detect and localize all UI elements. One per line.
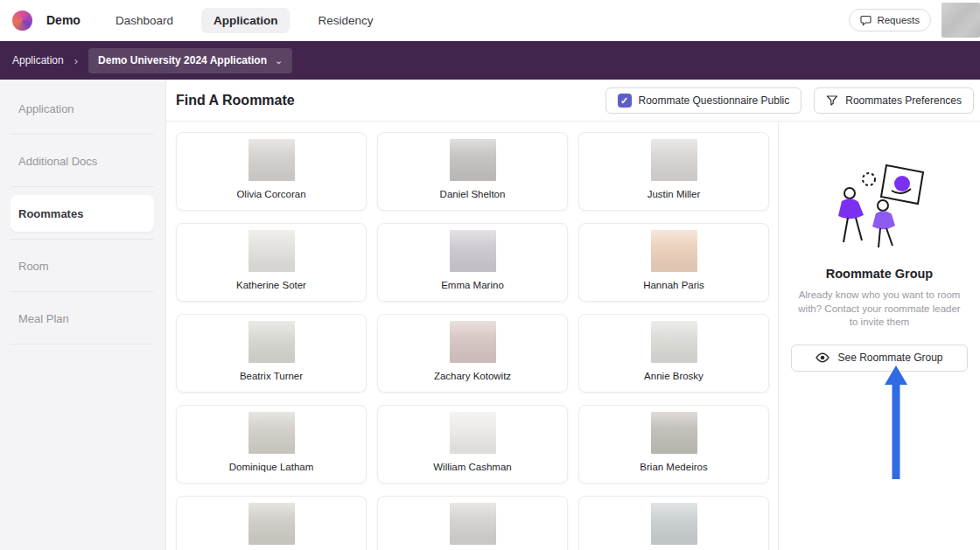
- page-title: Find A Roommate: [176, 93, 295, 108]
- roommate-group-illustration: [830, 160, 928, 253]
- roommate-name: Dominique Latham: [229, 462, 314, 472]
- sidebar-item-label: Roommates: [18, 207, 83, 220]
- see-roommate-group-button[interactable]: See Roommate Group: [791, 345, 968, 372]
- requests-button[interactable]: Requests: [849, 9, 931, 31]
- roommate-card[interactable]: Katherine Soter: [176, 223, 367, 302]
- roommate-group-title: Roommate Group: [791, 267, 968, 281]
- roommate-card[interactable]: [377, 496, 568, 550]
- roommate-questionnaire-public-toggle[interactable]: ✓ Roommate Questionnaire Public: [606, 87, 802, 114]
- roommate-card[interactable]: Brian Medeiros: [578, 405, 769, 484]
- roommate-photo: [651, 139, 697, 181]
- sidebar-item-additional-docs[interactable]: Additional Docs: [0, 135, 165, 187]
- roommate-photo: [450, 321, 496, 363]
- nav-item-residency[interactable]: Residency: [316, 8, 374, 33]
- roommate-card[interactable]: Daniel Shelton: [377, 132, 568, 211]
- roommate-card[interactable]: Emma Marino: [377, 223, 568, 302]
- roommate-photo: [651, 321, 697, 363]
- roommate-card[interactable]: Beatrix Turner: [176, 314, 367, 393]
- roommate-card[interactable]: William Cashman: [377, 405, 568, 484]
- sidebar: Application Additional Docs Roommates Ro…: [0, 80, 166, 550]
- roommate-name: Annie Brosky: [644, 371, 704, 381]
- roommate-photo: [248, 412, 295, 454]
- roommate-photo: [450, 503, 496, 545]
- sidebar-item-meal-plan[interactable]: Meal Plan: [0, 292, 165, 345]
- top-navigation: Demo Dashboard Application Residency Req…: [0, 0, 980, 41]
- roommate-name: Justin Miller: [648, 189, 701, 199]
- roommate-name: Hannah Paris: [643, 280, 704, 290]
- user-avatar[interactable]: [942, 3, 980, 38]
- roommate-grid-area: Olivia Corcoran Daniel Shelton Justin Mi…: [166, 122, 778, 550]
- roommate-photo: [450, 412, 496, 454]
- sidebar-item-label: Additional Docs: [18, 155, 97, 168]
- chevron-down-icon: ⌄: [275, 55, 283, 66]
- filter-funnel-icon: [826, 94, 838, 107]
- roommate-card[interactable]: Justin Miller: [578, 132, 769, 211]
- sidebar-item-label: Application: [18, 102, 74, 115]
- roommate-photo: [248, 139, 295, 181]
- roommate-photo: [248, 321, 295, 363]
- roommate-name: William Cashman: [433, 462, 511, 472]
- application-selector[interactable]: Demo University 2024 Application ⌄: [88, 48, 292, 73]
- preferences-button-label: Roommates Preferences: [845, 94, 962, 107]
- roommate-photo: [248, 503, 295, 545]
- breadcrumb: Application › Demo University 2024 Appli…: [0, 41, 980, 80]
- sidebar-item-roommates[interactable]: Roommates: [0, 187, 165, 240]
- chevron-right-icon: ›: [74, 54, 78, 67]
- nav-item-dashboard[interactable]: Dashboard: [114, 8, 175, 33]
- roommate-photo: [450, 230, 496, 272]
- chat-bubble-icon: [860, 15, 872, 26]
- roommate-name: Zachary Kotowitz: [434, 371, 511, 381]
- brand-name: Demo: [46, 13, 80, 27]
- breadcrumb-root[interactable]: Application: [12, 54, 64, 66]
- roommate-name: Brian Medeiros: [640, 462, 707, 472]
- see-roommate-group-label: See Roommate Group: [837, 352, 942, 364]
- roommate-card[interactable]: Olivia Corcoran: [176, 132, 367, 211]
- roommate-name: Olivia Corcoran: [236, 189, 305, 199]
- roommate-card[interactable]: Zachary Kotowitz: [377, 314, 568, 393]
- sidebar-item-label: Room: [18, 260, 49, 273]
- sidebar-item-application[interactable]: Application: [0, 82, 165, 135]
- roommate-card[interactable]: [578, 496, 769, 550]
- roommate-card[interactable]: Annie Brosky: [578, 314, 769, 393]
- roommate-name: Katherine Soter: [236, 280, 306, 290]
- roommate-photo: [651, 230, 697, 272]
- roommate-card[interactable]: Hannah Paris: [578, 223, 769, 302]
- roommate-name: Daniel Shelton: [440, 189, 506, 199]
- roommate-card[interactable]: [176, 496, 367, 550]
- eye-icon: [816, 352, 830, 363]
- roommate-photo: [450, 139, 496, 181]
- roommate-photo: [248, 230, 295, 272]
- roommate-group-description: Already know who you want to room with? …: [791, 289, 968, 330]
- page-header: Find A Roommate ✓ Roommate Questionnaire…: [166, 80, 980, 122]
- roommate-name: Beatrix Turner: [240, 371, 303, 381]
- questionnaire-toggle-label: Roommate Questionnaire Public: [639, 94, 790, 107]
- roommate-name: Emma Marino: [441, 280, 504, 290]
- checkbox-checked-icon[interactable]: ✓: [618, 94, 632, 108]
- roommate-group-panel: Roommate Group Already know who you want…: [779, 122, 980, 550]
- annotation-arrow-up-icon: [884, 366, 908, 483]
- current-application-label: Demo University 2024 Application: [98, 54, 267, 66]
- nav-item-application[interactable]: Application: [201, 8, 290, 33]
- roommate-card[interactable]: Dominique Latham: [176, 405, 367, 484]
- top-nav-links: Dashboard Application Residency: [114, 8, 375, 33]
- requests-label: Requests: [877, 15, 920, 25]
- roommate-photo: [651, 503, 697, 545]
- roommate-photo: [651, 412, 697, 454]
- sidebar-item-label: Meal Plan: [18, 312, 69, 325]
- sidebar-item-room[interactable]: Room: [0, 240, 165, 292]
- app-logo-icon[interactable]: [12, 10, 32, 31]
- roommate-grid: Olivia Corcoran Daniel Shelton Justin Mi…: [176, 132, 778, 550]
- roommates-preferences-button[interactable]: Roommates Preferences: [814, 87, 974, 114]
